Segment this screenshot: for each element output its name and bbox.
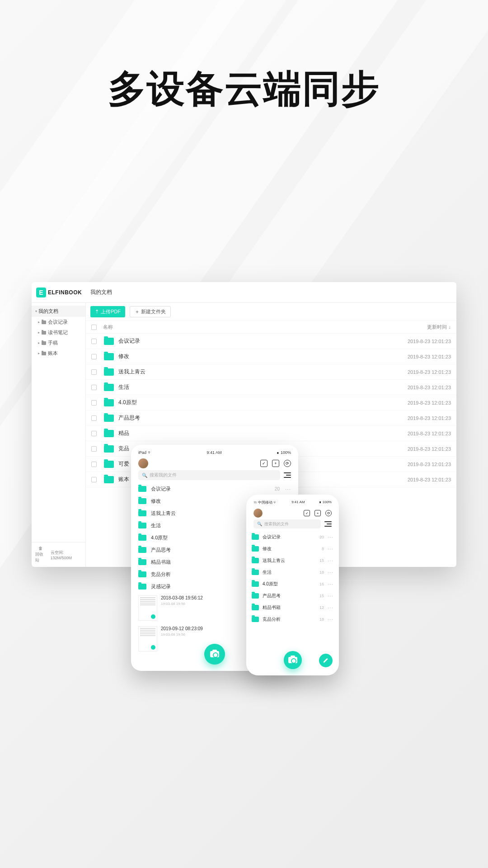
avatar[interactable] (138, 458, 148, 468)
sidebar-item[interactable]: ▸账本 (32, 348, 85, 359)
table-header: 名称 更新时间 ↓ (86, 321, 456, 334)
row-checkbox[interactable] (91, 385, 97, 390)
camera-fab[interactable] (204, 644, 225, 665)
check-icon[interactable]: ✓ (304, 510, 310, 516)
select-all-checkbox[interactable] (91, 325, 97, 330)
sidebar-root[interactable]: ▾我的文档 (32, 306, 85, 317)
table-row[interactable]: 送我上青云2019-8-23 12:01:23 (86, 364, 456, 380)
row-checkbox[interactable] (91, 400, 97, 406)
folder-icon (138, 571, 146, 577)
sync-badge-icon (151, 645, 155, 650)
row-checkbox[interactable] (91, 415, 97, 421)
edit-fab[interactable] (319, 654, 333, 667)
folder-icon (104, 338, 114, 345)
avatar[interactable] (253, 509, 263, 518)
search-input[interactable]: 🔍搜索我的文件 (253, 519, 321, 528)
row-checkbox[interactable] (91, 462, 97, 467)
folder-icon (104, 399, 114, 406)
row-checkbox[interactable] (91, 477, 97, 482)
folder-icon (104, 384, 114, 391)
folder-icon (138, 523, 146, 528)
file-name: 会议记录 (118, 337, 392, 345)
sidebar-item[interactable]: ▸手稿 (32, 338, 85, 348)
new-folder-button[interactable]: ＋ 新建文件夹 (130, 306, 171, 317)
column-time[interactable]: 更新时间 ↓ (392, 324, 451, 330)
folder-name: 竞品分析 (263, 616, 319, 623)
list-item[interactable]: 修改8··· (251, 543, 334, 555)
folder-icon (252, 593, 259, 599)
brand-text: ELFINBOOK (48, 289, 82, 296)
folder-name: 会议记录 (151, 486, 275, 492)
more-icon[interactable]: ··· (328, 581, 333, 587)
clock-icon[interactable]: ⟳ (284, 460, 291, 467)
item-count: 18 (319, 570, 324, 575)
table-row[interactable]: 精品2019-8-23 12:01:23 (86, 426, 456, 441)
folder-icon (252, 617, 259, 622)
column-name[interactable]: 名称 (100, 324, 392, 330)
search-icon: 🔍 (257, 522, 262, 526)
folder-name: 生活 (263, 569, 319, 576)
row-checkbox[interactable] (91, 369, 97, 375)
folder-name: 会议记录 (263, 534, 319, 540)
list-item[interactable]: 生活18··· (251, 566, 334, 578)
list-item[interactable]: 产品思考15··· (251, 590, 334, 602)
menu-icon[interactable] (324, 521, 332, 527)
file-time: 2019-8-23 12:01:23 (392, 446, 451, 452)
clock-icon[interactable]: ⟳ (325, 510, 332, 516)
table-row[interactable]: 会议记录2019-8-23 12:01:23 (86, 334, 456, 349)
chevron-right-icon: ▸ (38, 341, 40, 345)
search-input[interactable]: 🔍搜索我的文件 (138, 470, 280, 480)
phone-device: ᯾ 中国移动 ᯤ9:41 AM∎ 100% ✓ + ⟳ 🔍搜索我的文件 会议记录… (246, 495, 339, 675)
list-item[interactable]: 送我上青云15··· (251, 555, 334, 566)
upload-pdf-button[interactable]: ⇡上传PDF (90, 306, 125, 317)
more-icon[interactable]: ··· (328, 593, 333, 599)
more-icon[interactable]: ··· (328, 616, 333, 623)
camera-fab[interactable] (284, 651, 302, 669)
file-time: 2019-8-23 12:01:23 (392, 385, 451, 390)
table-row[interactable]: 修改2019-8-23 12:01:23 (86, 349, 456, 364)
menu-icon[interactable] (284, 472, 291, 478)
row-checkbox[interactable] (91, 446, 97, 452)
row-checkbox[interactable] (91, 339, 97, 344)
folder-icon (138, 498, 146, 504)
folder-name: 4.0原型 (263, 581, 319, 587)
add-icon[interactable]: + (314, 510, 321, 516)
row-checkbox[interactable] (91, 354, 97, 359)
more-icon[interactable]: ··· (328, 604, 333, 611)
pencil-icon (323, 658, 328, 663)
list-item[interactable]: 会议记录20··· (251, 531, 334, 543)
trash-button[interactable]: 🗑回收站 (35, 546, 46, 563)
camera-icon (210, 651, 219, 657)
row-checkbox[interactable] (91, 431, 97, 436)
table-row[interactable]: 产品思考2019-8-23 12:01:23 (86, 410, 456, 426)
status-bar: ᯾ 中国移动 ᯤ9:41 AM∎ 100% (251, 499, 334, 506)
folder-icon (252, 534, 259, 540)
file-time: 2019-8-23 12:01:23 (392, 462, 451, 467)
table-row[interactable]: 4.0原型2019-8-23 12:01:23 (86, 395, 456, 410)
item-count: 20 (319, 535, 324, 539)
chevron-right-icon: ▸ (38, 330, 40, 335)
list-item[interactable]: 4.0原型16··· (251, 578, 334, 590)
upload-icon: ⇡ (95, 309, 99, 315)
brand-mark-icon: E (36, 288, 46, 297)
folder-icon (252, 605, 259, 610)
folder-icon (138, 559, 146, 565)
more-icon[interactable]: ··· (328, 546, 333, 552)
more-icon[interactable]: ··· (328, 569, 333, 576)
status-bar: iPad ᯤ9:41 AM∎ 100% (136, 449, 294, 456)
sidebar-item[interactable]: ▸会议记录 (32, 317, 85, 327)
more-icon[interactable]: ··· (328, 534, 333, 540)
list-item[interactable]: 精品书籍12··· (251, 602, 334, 613)
check-icon[interactable]: ✓ (260, 460, 267, 467)
more-icon[interactable]: ··· (328, 557, 333, 564)
file-name: 生活 (118, 383, 392, 391)
breadcrumb: 我的文档 (86, 288, 112, 296)
sidebar-item[interactable]: ▸读书笔记 (32, 327, 85, 338)
add-icon[interactable]: + (272, 460, 279, 467)
chevron-right-icon: ▸ (38, 351, 40, 355)
list-item[interactable]: 会议记录20··· (136, 483, 294, 495)
more-icon[interactable]: ··· (285, 486, 291, 492)
table-row[interactable]: 生活2019-8-23 12:01:23 (86, 380, 456, 395)
list-item[interactable]: 竞品分析18··· (251, 613, 334, 625)
item-count: 8 (322, 547, 324, 551)
